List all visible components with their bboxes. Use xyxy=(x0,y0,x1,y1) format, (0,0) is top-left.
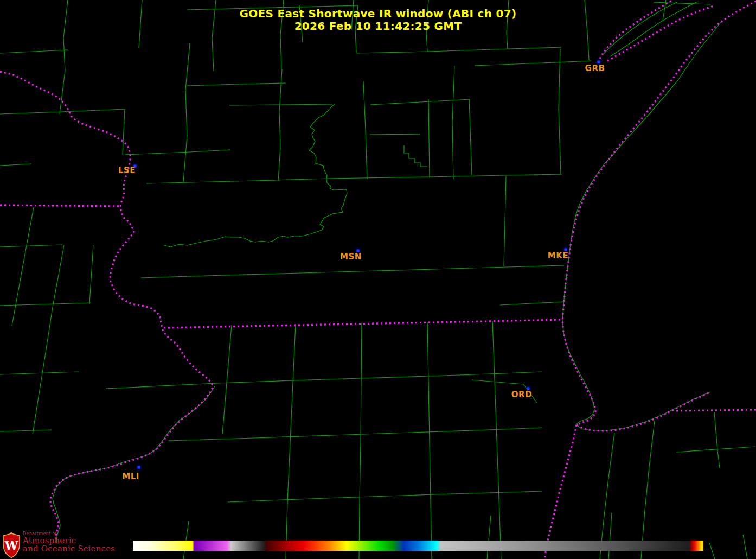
county-boundary-line xyxy=(709,543,715,559)
county-boundary-line xyxy=(608,513,612,559)
state-border-dotted-line xyxy=(164,320,561,328)
state-border-dotted-line xyxy=(0,72,212,543)
uw-crest-icon: W xyxy=(2,532,21,558)
state-border-dotted-line xyxy=(0,205,120,206)
county-boundary-line xyxy=(183,521,189,559)
county-boundary-line xyxy=(500,302,563,305)
county-boundary-line xyxy=(370,134,420,135)
county-boundary-line xyxy=(0,372,79,374)
county-boundary-line xyxy=(452,66,454,179)
station-label-GRB: GRB xyxy=(585,63,605,73)
county-boundary-line xyxy=(0,430,52,431)
county-boundary-line xyxy=(125,150,230,155)
county-boundary-line xyxy=(0,109,125,114)
county-boundary-line xyxy=(370,99,470,105)
station-label-MKE: MKE xyxy=(548,251,568,261)
county-boundary-line xyxy=(278,69,282,181)
county-boundary-line xyxy=(404,145,427,167)
county-boundary-line xyxy=(228,491,542,502)
county-boundary-line xyxy=(743,535,747,559)
county-boundary-line xyxy=(168,428,542,441)
county-boundary-line xyxy=(89,245,93,304)
logo-name-line2: and Oceanic Sciences xyxy=(23,545,115,553)
station-label-MLI: MLI xyxy=(122,472,139,481)
county-boundary-line xyxy=(229,104,332,105)
county-boundary-line xyxy=(0,164,31,166)
county-boundary-line xyxy=(427,322,432,559)
image-title-line1: GOES East Shortwave IR window (ABI ch 07… xyxy=(0,8,756,20)
county-boundary-line xyxy=(123,109,125,155)
county-boundary-line xyxy=(469,99,472,175)
county-boundary-line xyxy=(12,207,34,326)
county-boundary-line xyxy=(562,22,721,430)
station-dot-MLI xyxy=(138,466,140,469)
county-boundary-line xyxy=(0,245,62,247)
map-boundaries-layer xyxy=(0,0,756,559)
logo-text: Department of Atmospheric and Oceanic Sc… xyxy=(23,532,115,553)
satellite-image-viewport: GOES East Shortwave IR window (ABI ch 07… xyxy=(0,0,756,559)
temperature-colorbar xyxy=(133,541,703,551)
county-boundary-line xyxy=(363,81,367,179)
county-boundary-line xyxy=(504,176,506,266)
county-boundary-line xyxy=(487,516,491,559)
county-boundary-line xyxy=(475,61,591,66)
station-label-ORD: ORD xyxy=(511,390,532,399)
county-boundary-line xyxy=(164,104,347,247)
county-boundary-line xyxy=(187,83,286,86)
county-boundary-line xyxy=(359,323,362,559)
county-boundary-line xyxy=(183,43,190,182)
county-boundary-line xyxy=(492,321,501,559)
county-boundary-line xyxy=(714,412,720,468)
county-boundary-line xyxy=(356,47,561,53)
county-boundary-line xyxy=(222,325,232,434)
station-dot-GRB xyxy=(598,61,600,63)
county-boundary-line xyxy=(0,303,91,306)
svg-text:W: W xyxy=(4,538,18,552)
county-boundary-line xyxy=(676,447,755,452)
image-title-line2: 2026 Feb 10 11:42:25 GMT xyxy=(0,20,756,33)
county-boundary-line xyxy=(286,324,296,559)
county-boundary-line xyxy=(559,49,561,174)
uw-aos-logo: W Department of Atmospheric and Oceanic … xyxy=(2,532,115,558)
county-boundary-line xyxy=(0,50,68,53)
county-boundary-line xyxy=(428,99,430,177)
station-label-LSE: LSE xyxy=(118,166,136,175)
station-label-MSN: MSN xyxy=(340,252,362,262)
image-title: GOES East Shortwave IR window (ABI ch 07… xyxy=(0,8,756,33)
county-boundary-line xyxy=(146,174,562,183)
state-border-dotted-line xyxy=(676,410,756,411)
state-border-dotted-line xyxy=(544,425,576,559)
county-boundary-line xyxy=(53,386,215,543)
county-boundary-line xyxy=(641,421,655,559)
county-boundary-line xyxy=(654,2,710,4)
county-boundary-line xyxy=(141,265,564,278)
county-boundary-line xyxy=(33,245,64,434)
